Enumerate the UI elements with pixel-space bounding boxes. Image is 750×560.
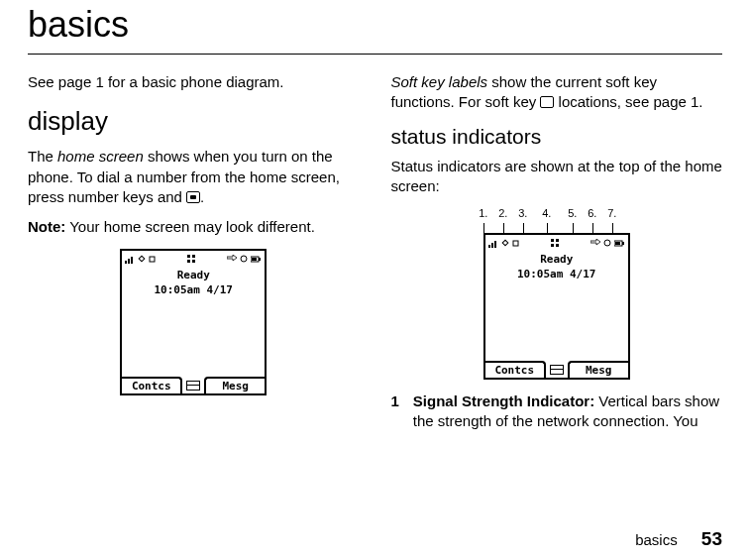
phone-status-bar bbox=[122, 251, 265, 267]
dots-icon bbox=[603, 239, 611, 247]
svg-rect-20 bbox=[551, 244, 554, 247]
page-title: basics bbox=[28, 0, 722, 54]
note-label: Note: bbox=[28, 218, 65, 235]
svg-rect-15 bbox=[494, 241, 496, 248]
send-key-icon bbox=[186, 191, 200, 203]
title-divider bbox=[28, 54, 722, 55]
diamond-icon bbox=[501, 239, 509, 247]
callout-num: 3. bbox=[516, 206, 530, 221]
svg-rect-16 bbox=[502, 240, 508, 246]
text-fragment: locations, see page 1. bbox=[554, 93, 702, 110]
callout-num: 6. bbox=[586, 206, 599, 221]
phone-screen-body: Ready 10:05am 4/17 bbox=[122, 267, 265, 378]
callout-num: 4. bbox=[540, 206, 554, 221]
status-right-group bbox=[590, 239, 625, 247]
callout-num: 7. bbox=[605, 206, 619, 221]
status-indicators-heading: status indicators bbox=[391, 123, 723, 151]
page-footer: basics 53 bbox=[635, 528, 722, 550]
list-item-1: 1 Signal Strength Indicator: Vertical ba… bbox=[391, 392, 723, 432]
callout-line bbox=[477, 223, 490, 233]
svg-rect-6 bbox=[192, 255, 195, 258]
arrows-icon bbox=[227, 255, 237, 263]
ready-label: Ready bbox=[485, 253, 628, 268]
menu-icon bbox=[186, 381, 200, 391]
phone-screen: Ready 10:05am 4/17 Contcs Mesg bbox=[483, 233, 630, 380]
svg-rect-11 bbox=[259, 258, 261, 261]
text-fragment: The bbox=[28, 148, 57, 165]
softkey-icon bbox=[540, 96, 554, 108]
intro-paragraph: See page 1 for a basic phone diagram. bbox=[28, 72, 360, 92]
right-column: Soft key labels show the current soft ke… bbox=[391, 72, 723, 432]
signal-strength-label: Signal Strength Indicator: bbox=[413, 392, 594, 409]
grid-icon bbox=[551, 239, 559, 247]
svg-rect-3 bbox=[139, 257, 145, 263]
note-text: Your home screen may look different. bbox=[65, 218, 315, 235]
phone-screen: Ready 10:05am 4/17 Contcs Mesg bbox=[120, 249, 267, 395]
svg-rect-14 bbox=[491, 243, 493, 248]
svg-rect-21 bbox=[556, 244, 559, 247]
left-softkey: Contcs bbox=[485, 361, 546, 380]
content-columns: See page 1 for a basic phone diagram. di… bbox=[28, 72, 722, 432]
softkey-row: Contcs Mesg bbox=[122, 378, 265, 393]
status-indicator-diagram: 1. 2. 3. 4. 5. 6. 7. bbox=[391, 206, 723, 380]
svg-rect-7 bbox=[187, 260, 190, 263]
menu-icon bbox=[550, 365, 564, 375]
callout-lines bbox=[477, 223, 619, 233]
left-softkey: Contcs bbox=[122, 377, 182, 395]
center-softkey bbox=[546, 364, 568, 376]
datetime-label: 10:05am 4/17 bbox=[485, 268, 628, 282]
svg-point-9 bbox=[241, 256, 247, 262]
center-softkey bbox=[182, 380, 204, 392]
svg-point-22 bbox=[604, 240, 610, 246]
softkey-row: Contcs Mesg bbox=[485, 362, 628, 378]
svg-rect-8 bbox=[192, 260, 195, 263]
softkey-labels-term: Soft key labels bbox=[391, 73, 488, 90]
page-number: 53 bbox=[701, 528, 722, 549]
callout-line bbox=[516, 223, 530, 233]
status-right-group bbox=[227, 255, 262, 263]
callout-line bbox=[605, 223, 619, 233]
battery-icon bbox=[251, 256, 262, 263]
right-softkey: Mesg bbox=[568, 361, 628, 380]
list-text: Signal Strength Indicator: Vertical bars… bbox=[413, 392, 722, 432]
svg-rect-4 bbox=[150, 257, 155, 262]
svg-rect-12 bbox=[252, 258, 257, 261]
signal-icon bbox=[125, 255, 135, 264]
diamond-icon bbox=[138, 255, 146, 263]
datetime-label: 10:05am 4/17 bbox=[122, 283, 265, 298]
display-heading: display bbox=[28, 104, 360, 139]
svg-rect-2 bbox=[131, 257, 133, 264]
svg-rect-24 bbox=[622, 242, 624, 245]
note-paragraph: Note: Your home screen may look differen… bbox=[28, 217, 360, 237]
svg-rect-25 bbox=[615, 242, 620, 245]
square-icon bbox=[149, 256, 156, 263]
text-fragment: . bbox=[200, 188, 204, 205]
display-paragraph: The home screen shows when you turn on t… bbox=[28, 147, 360, 207]
arrows-icon bbox=[590, 239, 600, 247]
left-column: See page 1 for a basic phone diagram. di… bbox=[28, 72, 360, 432]
signal-icon bbox=[488, 239, 498, 248]
ready-label: Ready bbox=[122, 269, 265, 283]
battery-icon bbox=[614, 240, 625, 247]
phone-status-bar bbox=[485, 235, 628, 251]
home-screen-diagram: Ready 10:05am 4/17 Contcs Mesg bbox=[28, 249, 360, 395]
callout-line bbox=[566, 223, 580, 233]
phone-screen-body: Ready 10:05am 4/17 bbox=[485, 251, 628, 362]
status-left-group bbox=[125, 255, 156, 264]
svg-rect-18 bbox=[551, 239, 554, 242]
grid-icon bbox=[187, 255, 195, 263]
status-left-group bbox=[488, 239, 519, 248]
callout-num: 5. bbox=[566, 206, 580, 221]
svg-rect-0 bbox=[125, 261, 127, 264]
home-screen-term: home screen bbox=[57, 148, 144, 165]
list-number: 1 bbox=[391, 392, 399, 432]
callout-numbers: 1. 2. 3. 4. 5. 6. 7. bbox=[477, 206, 619, 221]
callout-num: 1. bbox=[477, 206, 490, 221]
callout-line bbox=[586, 223, 599, 233]
right-softkey: Mesg bbox=[204, 377, 265, 395]
dots-icon bbox=[240, 255, 248, 263]
square-icon bbox=[512, 240, 519, 247]
callout-line bbox=[540, 223, 554, 233]
svg-rect-19 bbox=[556, 239, 559, 242]
callout-num: 2. bbox=[496, 206, 510, 221]
